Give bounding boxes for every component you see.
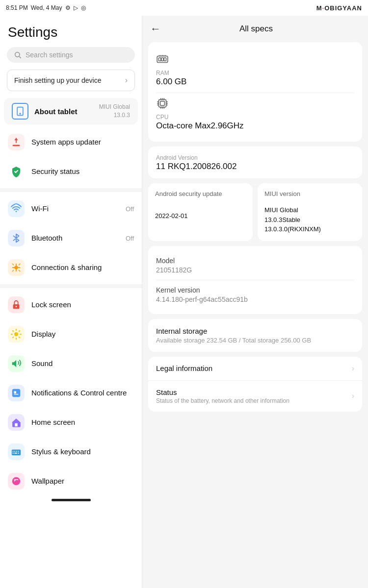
stylus-label: Stylus & keyboard	[31, 447, 134, 457]
notifications-icon	[8, 385, 25, 401]
status-left: 8:51 PM Wed, 4 May ⚙ ▷ ◎	[6, 4, 86, 11]
about-tablet-item[interactable]: About tablet MIUI Global 13.0.3	[4, 98, 138, 124]
storage-subtitle: Available storage 232.54 GB / Total stor…	[156, 337, 354, 344]
wifi-icon	[8, 200, 25, 217]
svg-rect-15	[13, 451, 14, 452]
model-kernel-card: Model 21051182G Kernel version 4.14.180-…	[148, 246, 362, 314]
storage-card: Internal storage Available storage 232.5…	[148, 319, 362, 352]
miui-line1: MIUI Global	[264, 205, 355, 215]
security-label: Android security update	[155, 190, 246, 197]
svg-rect-21	[18, 453, 19, 454]
display-icon	[8, 326, 25, 343]
about-text: About tablet	[34, 107, 93, 116]
sidebar-item-bluetooth[interactable]: Bluetooth Off	[0, 223, 142, 253]
svg-point-23	[14, 479, 16, 481]
finish-setup-button[interactable]: Finish setting up your device ›	[7, 70, 135, 91]
android-version-value: 11 RKQ1.200826.002	[156, 162, 354, 172]
settings-panel: Settings Search settings Finish setting …	[0, 16, 142, 588]
sidebar-item-lock-screen[interactable]: Lock screen	[0, 290, 142, 319]
specs-panel: ← All specs RAM 6.00 GB	[142, 16, 368, 588]
svg-rect-20	[14, 453, 17, 454]
android-version-label: Android Version	[156, 154, 354, 161]
links-section: Legal information › Status Status of the…	[148, 357, 362, 412]
back-button[interactable]: ←	[150, 23, 161, 35]
svg-point-0	[15, 52, 20, 57]
model-label: Model	[156, 257, 354, 265]
divider-2	[0, 284, 142, 288]
lock-icon	[8, 296, 25, 313]
about-miui-info: MIUI Global 13.0.3	[99, 103, 130, 120]
sidebar-item-wifi[interactable]: Wi-Fi Off	[0, 194, 142, 223]
sidebar-item-sound[interactable]: Sound	[0, 349, 142, 378]
miui-line2: 13.0.3Stable	[264, 215, 355, 225]
legal-chevron-icon: ›	[352, 364, 354, 373]
wifi-value: Off	[126, 205, 134, 213]
storage-title: Internal storage	[156, 327, 354, 335]
miui-label: MIUI Global	[99, 103, 130, 111]
main-layout: Settings Search settings Finish setting …	[0, 16, 368, 588]
cpu-icon	[156, 97, 354, 113]
ram-row: RAM 6.00 GB	[156, 49, 354, 91]
nav-indicator	[52, 499, 91, 501]
miui-version-label: MIUI version	[264, 190, 355, 197]
keyboard-icon	[8, 443, 25, 460]
tablet-icon	[12, 103, 28, 120]
legal-row[interactable]: Legal information ›	[148, 357, 362, 380]
brand-logo: M·OBIGYAAN	[316, 4, 362, 12]
finish-chevron-icon: ›	[125, 76, 128, 85]
svg-line-1	[19, 56, 21, 58]
bluetooth-label: Bluetooth	[31, 233, 119, 243]
sound-label: Sound	[31, 359, 134, 368]
alarm-icon: ◎	[81, 4, 86, 11]
sidebar-item-connection[interactable]: Connection & sharing	[0, 253, 142, 282]
status-text: Status Status of the battery, network an…	[156, 388, 289, 404]
miui-version: 13.0.3	[99, 111, 130, 120]
security-date: 2022-02-01	[155, 211, 246, 221]
model-row: Model 21051182G	[156, 253, 354, 278]
sidebar-item-security[interactable]: Security status	[0, 157, 142, 186]
security-icon	[8, 163, 25, 180]
sidebar-item-home-screen[interactable]: Home screen	[0, 408, 142, 437]
svg-rect-16	[14, 451, 15, 452]
panel-title: All specs	[167, 24, 345, 34]
settings-icon: ⚙	[65, 4, 71, 11]
status-time: 8:51 PM	[6, 4, 28, 11]
connection-icon	[8, 259, 25, 276]
sidebar-item-wallpaper[interactable]: Wallpaper	[0, 466, 142, 496]
svg-rect-18	[18, 451, 19, 452]
notifications-label: Notifications & Control centre	[31, 388, 134, 398]
wallpaper-label: Wallpaper	[31, 476, 134, 486]
status-row[interactable]: Status Status of the battery, network an…	[148, 380, 362, 412]
bluetooth-icon	[8, 230, 25, 246]
svg-point-8	[16, 306, 17, 307]
home-screen-label: Home screen	[31, 417, 134, 427]
svg-rect-33	[158, 99, 166, 107]
system-updater-icon	[8, 134, 25, 150]
sidebar-item-notifications[interactable]: Notifications & Control centre	[0, 378, 142, 408]
svg-rect-30	[158, 58, 160, 61]
ram-icon	[156, 53, 354, 69]
settings-title: Settings	[0, 16, 142, 45]
divider-1	[0, 188, 142, 192]
lock-screen-label: Lock screen	[31, 300, 134, 310]
sidebar-item-stylus[interactable]: Stylus & keyboard	[0, 437, 142, 466]
status-bar: 8:51 PM Wed, 4 May ⚙ ▷ ◎ M·OBIGYAAN	[0, 0, 368, 16]
system-apps-label: System apps updater	[31, 137, 134, 147]
svg-rect-32	[164, 58, 166, 61]
sidebar-item-system-apps-updater[interactable]: System apps updater	[0, 127, 142, 157]
status-label: Status	[156, 388, 289, 396]
cpu-label: CPU	[156, 114, 354, 121]
wifi-label: Wi-Fi	[31, 204, 119, 214]
svg-point-3	[20, 113, 21, 114]
svg-rect-34	[160, 101, 165, 106]
miui-version-details: MIUI Global 13.0.3Stable 13.0.3.0(RKXINX…	[264, 205, 355, 234]
search-icon	[14, 51, 22, 59]
security-date-value: 2022-02-01	[155, 211, 246, 221]
status-sublabel: Status of the battery, network and other…	[156, 397, 289, 404]
cpu-value: Octa-core Max2.96GHz	[156, 121, 354, 131]
miui-line3: 13.0.3.0(RKXINXM)	[264, 224, 355, 234]
security-label: Security status	[31, 167, 134, 176]
sidebar-item-display[interactable]: Display	[0, 319, 142, 349]
search-bar[interactable]: Search settings	[7, 47, 135, 63]
model-value: 21051182G	[156, 266, 354, 274]
